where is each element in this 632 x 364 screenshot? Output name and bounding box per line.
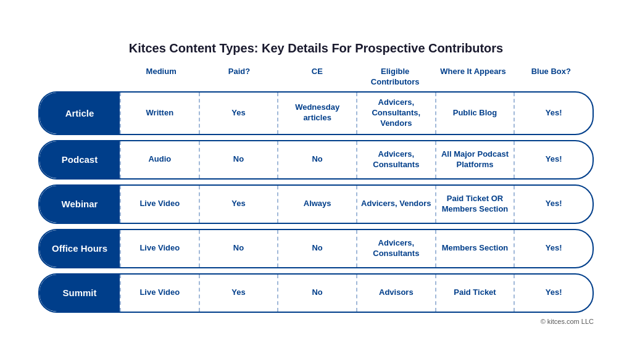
table-row: Webinar Live Video Yes Always Advicers, … bbox=[38, 184, 594, 224]
row-bluebox: Yes! bbox=[514, 275, 592, 312]
table-row: Summit Live Video Yes No Advisors Paid T… bbox=[38, 273, 594, 313]
table-header: Medium Paid? CE Eligible Contributors Wh… bbox=[38, 67, 594, 88]
row-paid: Yes bbox=[199, 93, 278, 134]
table-row: Podcast Audio No No Advicers, Consultant… bbox=[38, 140, 594, 180]
main-container: Kitces Content Types: Key Details For Pr… bbox=[20, 29, 612, 334]
row-label: Podcast bbox=[40, 141, 120, 178]
row-contributors: Advicers, Consultants bbox=[356, 141, 435, 178]
header-col0 bbox=[42, 67, 122, 88]
row-where: All Major Podcast Platforms bbox=[435, 141, 514, 178]
row-label: Article bbox=[40, 93, 120, 134]
row-where: Paid Ticket bbox=[435, 275, 514, 312]
row-where: Public Blog bbox=[435, 93, 514, 134]
table: Medium Paid? CE Eligible Contributors Wh… bbox=[38, 67, 594, 312]
row-medium: Audio bbox=[120, 141, 199, 178]
header-medium: Medium bbox=[122, 67, 200, 88]
row-paid: Yes bbox=[199, 275, 278, 312]
row-ce: No bbox=[277, 230, 356, 267]
row-paid: No bbox=[199, 141, 278, 178]
header-where: Where It Appears bbox=[434, 67, 512, 88]
row-bluebox: Yes! bbox=[514, 230, 592, 267]
row-bluebox: Yes! bbox=[514, 186, 592, 223]
row-contributors: Advicers, Consultants, Vendors bbox=[356, 93, 435, 134]
row-medium: Live Video bbox=[120, 275, 199, 312]
row-ce: No bbox=[277, 275, 356, 312]
row-label: Webinar bbox=[40, 186, 120, 223]
header-bluebox: Blue Box? bbox=[512, 67, 590, 88]
row-where: Members Section bbox=[435, 230, 514, 267]
row-ce: No bbox=[277, 141, 356, 178]
row-medium: Live Video bbox=[120, 186, 199, 223]
header-ce: CE bbox=[278, 67, 356, 88]
row-paid: Yes bbox=[199, 186, 278, 223]
row-ce: Wednesday articles bbox=[277, 93, 356, 134]
footer-text: © kitces.com LLC bbox=[38, 318, 594, 325]
table-row: Office Hours Live Video No No Advicers, … bbox=[38, 229, 594, 268]
page-title: Kitces Content Types: Key Details For Pr… bbox=[38, 41, 594, 56]
row-contributors: Advicers, Vendors bbox=[356, 186, 435, 223]
header-paid: Paid? bbox=[200, 67, 278, 88]
row-label: Office Hours bbox=[40, 230, 120, 267]
row-bluebox: Yes! bbox=[514, 93, 592, 134]
row-medium: Live Video bbox=[120, 230, 199, 267]
table-row: Article Written Yes Wednesday articles A… bbox=[38, 91, 594, 135]
row-paid: No bbox=[199, 230, 278, 267]
row-ce: Always bbox=[277, 186, 356, 223]
row-bluebox: Yes! bbox=[514, 141, 592, 178]
row-medium: Written bbox=[120, 93, 199, 134]
row-where: Paid Ticket OR Members Section bbox=[435, 186, 514, 223]
row-contributors: Advicers, Consultants bbox=[356, 230, 435, 267]
header-contributors: Eligible Contributors bbox=[356, 67, 434, 88]
row-contributors: Advisors bbox=[356, 275, 435, 312]
row-label: Summit bbox=[40, 275, 120, 312]
